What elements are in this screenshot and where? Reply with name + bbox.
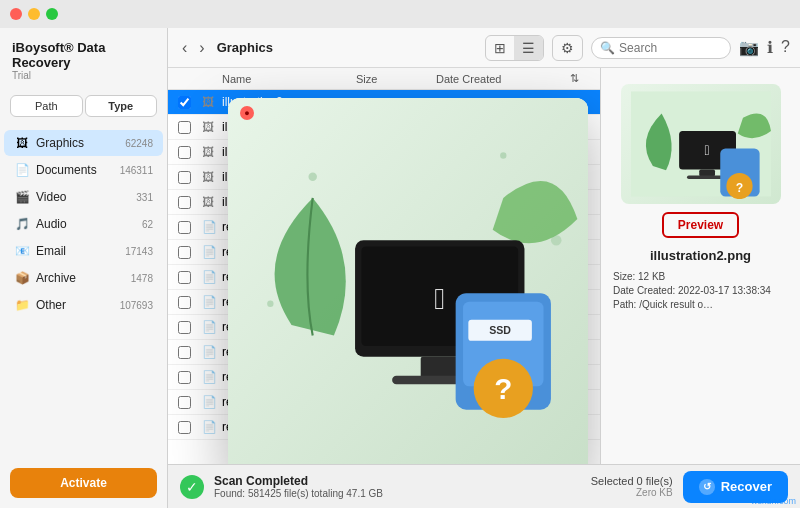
audio-icon: 🎵 <box>14 216 30 232</box>
file-type-icon: 📄 <box>202 420 222 434</box>
sidebar-item-label: Video <box>36 190 136 204</box>
thumbnail-svg:  ? <box>631 89 771 199</box>
view-toggle: ⊞ ☰ <box>485 35 544 61</box>
file-checkbox[interactable] <box>178 196 202 209</box>
name-col-header[interactable]: Name <box>222 73 356 85</box>
sidebar-item-count: 331 <box>136 192 153 203</box>
sidebar-item-count: 62248 <box>125 138 153 149</box>
file-checkbox[interactable] <box>178 271 202 284</box>
file-checkbox[interactable] <box>178 346 202 359</box>
overlay-close-button[interactable]: ● <box>240 106 254 120</box>
svg-text::  <box>704 142 709 158</box>
file-type-icon: 📄 <box>202 370 222 384</box>
preview-button[interactable]: Preview <box>662 212 739 238</box>
svg-rect-9 <box>421 357 459 378</box>
activate-button[interactable]: Activate <box>10 468 157 498</box>
file-checkbox[interactable] <box>178 146 202 159</box>
file-type-icon: 🖼 <box>202 195 222 209</box>
grid-view-button[interactable]: ⊞ <box>486 36 514 60</box>
file-checkbox[interactable] <box>178 396 202 409</box>
file-type-icon: 📄 <box>202 395 222 409</box>
sidebar-item-other[interactable]: 📁 Other 107693 <box>4 292 163 318</box>
file-type-icon: 📄 <box>202 295 222 309</box>
sidebar-header: iBoysoft® Data Recovery Trial <box>0 28 167 87</box>
sidebar-item-label: Audio <box>36 217 142 231</box>
archive-icon: 📦 <box>14 270 30 286</box>
file-checkbox[interactable] <box>178 421 202 434</box>
sidebar-item-documents[interactable]: 📄 Documents 146311 <box>4 157 163 183</box>
file-checkbox[interactable] <box>178 171 202 184</box>
sidebar-item-audio[interactable]: 🎵 Audio 62 <box>4 211 163 237</box>
email-icon: 📧 <box>14 243 30 259</box>
sidebar-item-label: Other <box>36 298 120 312</box>
close-button[interactable] <box>10 8 22 20</box>
help-icon[interactable]: ? <box>781 38 790 57</box>
sidebar-item-label: Archive <box>36 271 131 285</box>
tab-path[interactable]: Path <box>10 95 83 117</box>
minimize-button[interactable] <box>28 8 40 20</box>
size-col-header[interactable]: Size <box>356 73 436 85</box>
app-name: iBoysoft® Data Recovery <box>12 40 155 70</box>
svg-point-2 <box>500 152 506 158</box>
search-input[interactable] <box>619 41 722 55</box>
other-icon: 📁 <box>14 297 30 313</box>
scan-complete-icon: ✓ <box>180 475 204 499</box>
watermark: wsxdn.com <box>751 496 796 506</box>
toolbar-right-icons: 📷 ℹ ? <box>739 38 790 57</box>
preview-svg:  ? SSD <box>228 98 588 464</box>
selected-info: Selected 0 file(s) Zero KB <box>591 475 673 498</box>
file-checkbox[interactable] <box>178 121 202 134</box>
sidebar-item-label: Email <box>36 244 125 258</box>
svg-text:?: ? <box>494 372 512 405</box>
file-checkbox[interactable] <box>178 221 202 234</box>
right-panel-filename: illustration2.png <box>650 248 751 263</box>
svg-rect-20 <box>699 169 715 176</box>
svg-text::  <box>434 282 445 315</box>
file-checkbox[interactable] <box>178 296 202 309</box>
maximize-button[interactable] <box>46 8 58 20</box>
file-type-icon: 🖼 <box>202 145 222 159</box>
sidebar-item-count: 146311 <box>120 165 153 176</box>
preview-overlay-image:  ? SSD <box>228 98 588 464</box>
info-icon[interactable]: ℹ <box>767 38 773 57</box>
date-col-header[interactable]: Date Created <box>436 73 570 85</box>
file-type-icon: 📄 <box>202 320 222 334</box>
toolbar: ‹ › Graphics ⊞ ☰ ⚙ 🔍 📷 ℹ ? <box>168 28 800 68</box>
tab-type[interactable]: Type <box>85 95 158 117</box>
camera-icon[interactable]: 📷 <box>739 38 759 57</box>
scan-detail: Found: 581425 file(s) totaling 47.1 GB <box>214 488 581 499</box>
file-type-icon: 🖼 <box>202 120 222 134</box>
file-checkbox[interactable] <box>178 246 202 259</box>
scan-info: Scan Completed Found: 581425 file(s) tot… <box>214 474 581 499</box>
file-type-icon: 📄 <box>202 270 222 284</box>
sidebar-item-video[interactable]: 🎬 Video 331 <box>4 184 163 210</box>
svg-text:?: ? <box>735 181 742 195</box>
back-button[interactable]: ‹ <box>178 37 191 59</box>
preview-overlay: ● <box>228 98 588 464</box>
file-checkbox[interactable] <box>178 371 202 384</box>
file-checkbox[interactable] <box>178 96 202 109</box>
file-list-container: Name Size Date Created ⇅ 🖼 illustration2… <box>168 68 600 464</box>
svg-point-1 <box>308 173 316 181</box>
sidebar-item-graphics[interactable]: 🖼 Graphics 62248 <box>4 130 163 156</box>
sidebar-item-archive[interactable]: 📦 Archive 1478 <box>4 265 163 291</box>
sidebar-item-email[interactable]: 📧 Email 17143 <box>4 238 163 264</box>
svg-rect-21 <box>687 176 726 180</box>
scan-status: Scan Completed <box>214 474 581 488</box>
sidebar-item-count: 62 <box>142 219 153 230</box>
file-type-icon: 🖼 <box>202 170 222 184</box>
toolbar-nav: ‹ › <box>178 37 209 59</box>
list-view-button[interactable]: ☰ <box>514 36 543 60</box>
forward-button[interactable]: › <box>195 37 208 59</box>
app-body: iBoysoft® Data Recovery Trial Path Type … <box>0 28 800 508</box>
filter-button[interactable]: ⚙ <box>552 35 583 61</box>
sidebar: iBoysoft® Data Recovery Trial Path Type … <box>0 28 168 508</box>
file-checkbox[interactable] <box>178 321 202 334</box>
bottom-bar: ✓ Scan Completed Found: 581425 file(s) t… <box>168 464 800 508</box>
selected-count: Selected 0 file(s) <box>591 475 673 487</box>
arrow-col-header: ⇅ <box>570 72 590 85</box>
selected-size: Zero KB <box>591 487 673 498</box>
sidebar-item-count: 1478 <box>131 273 153 284</box>
sidebar-item-count: 107693 <box>120 300 153 311</box>
recover-label: Recover <box>721 479 772 494</box>
